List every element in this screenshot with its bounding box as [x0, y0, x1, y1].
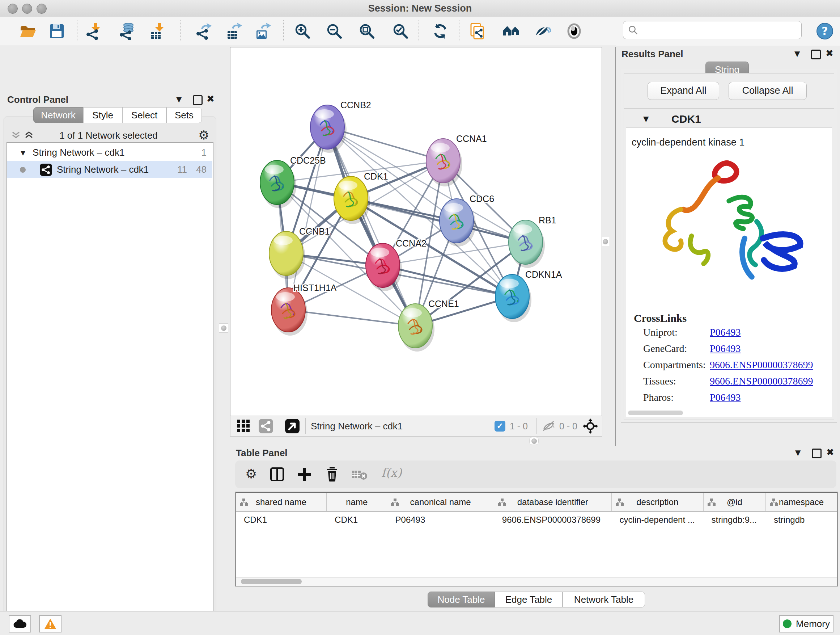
- check-icon: ✓: [497, 421, 503, 431]
- network-overview-icon[interactable]: [258, 418, 274, 434]
- refresh-icon[interactable]: [431, 22, 449, 40]
- export-network-icon[interactable]: [195, 22, 213, 40]
- table-panel-close-icon[interactable]: ✖: [826, 447, 834, 458]
- column-header-id[interactable]: @id: [704, 493, 766, 511]
- table-row[interactable]: CDK1 CDK1 P06493 9606.ENSP00000378699 cy…: [236, 511, 837, 528]
- node-label-CDK1: CDK1: [364, 171, 388, 181]
- delete-column-icon[interactable]: [325, 466, 339, 481]
- table-header-row: shared name name canonical name database…: [236, 492, 837, 511]
- column-header-namespace[interactable]: namespace: [766, 493, 837, 511]
- memory-button[interactable]: Memory: [779, 615, 834, 632]
- results-scrollbar-thumb[interactable]: [628, 410, 683, 415]
- tab-node-table[interactable]: Node Table: [428, 592, 495, 608]
- network-node-RB1[interactable]: RB1: [508, 215, 556, 264]
- search-input[interactable]: [641, 22, 801, 38]
- control-panel-tabs: Network Style Select Sets: [33, 107, 202, 123]
- expand-all-button[interactable]: Expand All: [647, 82, 719, 100]
- network-options-gear-icon[interactable]: ⚙: [198, 128, 209, 142]
- selected-checkbox[interactable]: ✓: [494, 421, 505, 432]
- tab-network[interactable]: Network: [33, 107, 83, 123]
- network-node-CDC6[interactable]: CDC6: [439, 194, 494, 243]
- control-panel-title: Control Panel: [7, 94, 68, 105]
- import-network-icon[interactable]: [85, 22, 103, 40]
- column-header-description[interactable]: description: [612, 493, 704, 511]
- help-icon[interactable]: ?: [816, 22, 834, 40]
- table-panel-float-icon[interactable]: [812, 448, 821, 458]
- column-header-shared-name[interactable]: shared name: [236, 493, 327, 511]
- cell-namespace[interactable]: stringdb: [766, 515, 837, 525]
- collapse-all-button[interactable]: Collapse All: [729, 82, 807, 100]
- warning-button[interactable]: [39, 615, 62, 632]
- bottom-splitter-grip[interactable]: [529, 437, 538, 445]
- control-panel-close-icon[interactable]: ✖: [207, 93, 215, 104]
- cell-database-identifier[interactable]: 9606.ENSP00000378699: [494, 515, 612, 525]
- node-label-RB1: RB1: [538, 215, 556, 225]
- network-node-CDK1[interactable]: CDK1: [334, 171, 388, 220]
- cdk1-section-title: CDK1: [671, 113, 701, 125]
- export-table-icon[interactable]: [225, 22, 243, 40]
- create-column-icon[interactable]: [297, 467, 312, 481]
- column-header-name[interactable]: name: [327, 493, 387, 511]
- crosslink-genecard-link[interactable]: P06493: [710, 343, 741, 355]
- crosslink-tissues-link[interactable]: 9606.ENSP00000378699: [710, 375, 813, 387]
- control-panel-collapse-icon[interactable]: ▼: [176, 95, 182, 103]
- memory-label: Memory: [796, 618, 830, 630]
- import-table-icon[interactable]: [149, 22, 166, 40]
- node-label-CDKN1A: CDKN1A: [525, 269, 562, 279]
- import-database-icon[interactable]: [118, 22, 136, 40]
- crosslink-compartments-link[interactable]: 9606.ENSP00000378699: [710, 359, 813, 371]
- show-graphics-icon[interactable]: [565, 22, 583, 40]
- tab-network-table[interactable]: Network Table: [562, 592, 645, 608]
- crosslink-pharos-link[interactable]: P06493: [710, 392, 741, 403]
- homes-icon[interactable]: [502, 22, 520, 40]
- cloud-button[interactable]: [9, 615, 31, 632]
- tab-edge-table[interactable]: Edge Table: [495, 592, 562, 608]
- tab-style[interactable]: Style: [83, 107, 122, 123]
- edge-CDK1-RB1[interactable]: [351, 198, 526, 242]
- column-header-database-identifier[interactable]: database identifier: [494, 493, 612, 511]
- table-hscrollbar-thumb[interactable]: [241, 579, 302, 584]
- tab-sets[interactable]: Sets: [166, 107, 202, 123]
- cdk1-collapse-icon[interactable]: ▼: [643, 114, 649, 123]
- left-splitter-grip[interactable]: [219, 323, 228, 333]
- hide-unhide-icon[interactable]: [534, 22, 551, 40]
- delete-table-icon[interactable]: [352, 469, 368, 480]
- cell-name[interactable]: CDK1: [327, 515, 387, 525]
- results-panel-collapse-icon[interactable]: ▼: [794, 49, 800, 58]
- network-collection-row[interactable]: ▼ String Network – cdk1 1: [7, 144, 212, 161]
- birdseye-toggle-icon[interactable]: [284, 418, 300, 434]
- table-panel-collapse-icon[interactable]: ▼: [795, 448, 801, 457]
- results-panel-float-icon[interactable]: [811, 50, 821, 59]
- zoom-in-icon[interactable]: [294, 22, 311, 40]
- cell-canonical-name[interactable]: P06493: [387, 515, 494, 525]
- toolbar-separator: [77, 20, 77, 41]
- node-label-CDC6: CDC6: [470, 194, 494, 204]
- show-columns-icon[interactable]: [270, 467, 284, 481]
- control-panel-float-icon[interactable]: [193, 95, 202, 105]
- cell-id[interactable]: stringdb:9...: [704, 515, 766, 525]
- tab-select[interactable]: Select: [122, 107, 166, 123]
- zoom-out-icon[interactable]: [325, 22, 343, 40]
- collection-expand-icon[interactable]: ▼: [21, 149, 25, 157]
- network-row[interactable]: String Network – cdk1 11 48: [7, 161, 212, 178]
- cell-description[interactable]: cyclin-dependent ...: [612, 515, 704, 525]
- save-session-icon[interactable]: [48, 22, 65, 40]
- edge-CCNB2-CCNE1[interactable]: [327, 127, 415, 326]
- results-panel-close-icon[interactable]: ✖: [826, 48, 834, 59]
- fit-content-crosshair-icon[interactable]: [583, 418, 598, 434]
- table-gear-icon[interactable]: ⚙: [245, 466, 257, 481]
- column-header-canonical-name[interactable]: canonical name: [387, 493, 494, 511]
- network-graph[interactable]: CCNB2CCNA1CDC25BCDK1CDC6RB1CCNB1CCNA2CDK…: [230, 47, 601, 416]
- toolbar-separator: [283, 20, 284, 41]
- zoom-fit-icon[interactable]: [358, 22, 376, 40]
- cell-shared-name[interactable]: CDK1: [236, 515, 327, 525]
- crosslink-label: Tissues:: [643, 375, 676, 386]
- copy-network-icon[interactable]: [469, 22, 486, 40]
- export-image-icon[interactable]: [254, 22, 272, 40]
- grid-view-icon[interactable]: [236, 419, 251, 433]
- open-session-icon[interactable]: [19, 22, 36, 40]
- crosslink-uniprot-link[interactable]: P06493: [710, 326, 741, 338]
- window-title: Session: New Session: [0, 0, 840, 17]
- zoom-selected-icon[interactable]: [392, 22, 409, 40]
- function-builder-icon[interactable]: f(x): [381, 466, 402, 480]
